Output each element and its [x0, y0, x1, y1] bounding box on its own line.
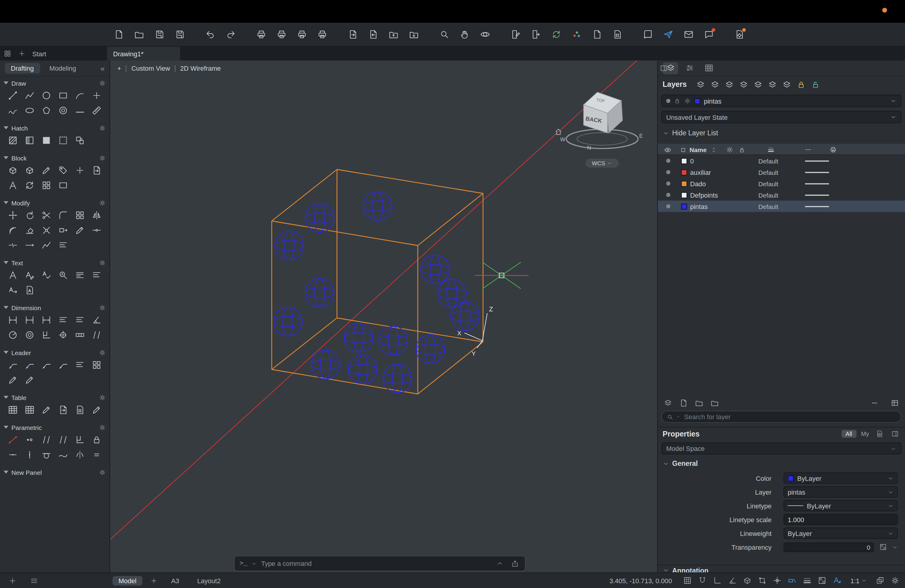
grid-toggle[interactable]: [682, 575, 693, 586]
layer-state-dropdown[interactable]: Unsaved Layer State: [661, 111, 902, 123]
section-header-draw[interactable]: Draw: [3, 78, 106, 88]
unlock-layer-button[interactable]: [810, 79, 821, 90]
tool-rotate[interactable]: [21, 208, 38, 223]
tool-replace-block[interactable]: [38, 178, 54, 193]
tool-offset[interactable]: [4, 223, 21, 238]
tool-hatch[interactable]: [4, 133, 21, 148]
transparency-pattern-button[interactable]: [878, 542, 888, 552]
layer-columns-button[interactable]: [889, 397, 900, 408]
freeze-column-icon[interactable]: [726, 145, 733, 154]
tab-a3[interactable]: A3: [165, 576, 185, 585]
collapse-palette-button[interactable]: «: [100, 64, 105, 73]
tool-horizontal-constraint[interactable]: [4, 447, 21, 462]
command-history-button[interactable]: [494, 558, 505, 569]
tool-add-leader[interactable]: [38, 358, 54, 372]
section-settings-icon[interactable]: [99, 304, 106, 311]
tool-parallel-constraint[interactable]: [54, 432, 71, 447]
ortho-toggle[interactable]: [712, 575, 723, 586]
tool-line[interactable]: [4, 88, 21, 103]
dynamic-input-toggle[interactable]: [787, 575, 797, 586]
section-header-modify[interactable]: Modify: [3, 198, 106, 208]
transparency-toggle[interactable]: [817, 575, 827, 586]
annotation-scale-dropdown[interactable]: 1:1: [847, 576, 870, 585]
tool-linear-constraint[interactable]: [4, 432, 21, 447]
isolate-layer-button[interactable]: [753, 79, 764, 90]
tool-spline[interactable]: [4, 103, 21, 118]
section-settings-icon[interactable]: [99, 394, 106, 401]
tool-edit-polyline[interactable]: [38, 238, 54, 253]
undo-button[interactable]: [203, 27, 217, 41]
tool-justify-text[interactable]: [71, 268, 88, 283]
section-header-table[interactable]: Table: [3, 392, 106, 402]
open-layer-state-button[interactable]: [694, 397, 705, 408]
sort-icon[interactable]: [710, 145, 717, 154]
properties-settings-icon[interactable]: [874, 428, 884, 439]
tool-explode[interactable]: [38, 223, 54, 238]
tool-donut[interactable]: [54, 103, 71, 118]
annotation-visibility-toggle[interactable]: [832, 575, 843, 586]
section-settings-icon[interactable]: [99, 124, 106, 132]
tool-create-block[interactable]: [21, 163, 38, 178]
pan-button[interactable]: [457, 27, 472, 41]
tool-remove-leader[interactable]: [54, 358, 71, 372]
tool-divide[interactable]: [71, 103, 88, 118]
tool-quick-leader[interactable]: [21, 358, 38, 372]
color-column-icon[interactable]: [680, 145, 686, 154]
tool-insert-block[interactable]: [4, 163, 21, 178]
layer-row-pintas[interactable]: pintasDefault: [658, 200, 905, 212]
layer-row-auxiliar[interactable]: auxiliarDefault: [658, 167, 905, 178]
tool-export-table[interactable]: [54, 402, 71, 417]
dice-cube-wireframe[interactable]: [272, 170, 483, 394]
section-header-new-panel[interactable]: New Panel: [3, 467, 106, 477]
layer-states-button[interactable]: [663, 397, 673, 408]
selection-dropdown[interactable]: Model Space: [661, 442, 902, 455]
tool-arc[interactable]: [71, 88, 88, 103]
section-settings-icon[interactable]: [99, 259, 106, 266]
tool-tangent-constraint[interactable]: [38, 447, 54, 462]
plot-preview-button[interactable]: [315, 27, 329, 41]
construction-xline[interactable]: [110, 60, 637, 539]
match-properties-button[interactable]: [508, 27, 522, 41]
tool-equal-constraint[interactable]: [88, 447, 105, 462]
tool-fillet[interactable]: [54, 208, 71, 223]
section-header-dimension[interactable]: Dimension: [3, 302, 106, 313]
wcs-dropdown[interactable]: WCS: [585, 159, 619, 168]
section-header-parametric[interactable]: Parametric: [3, 422, 106, 432]
tool-solid-fill[interactable]: [38, 133, 54, 148]
tool-aligned-dimension[interactable]: [21, 313, 38, 327]
section-general[interactable]: General: [658, 458, 905, 469]
tab-drafting[interactable]: Drafting: [5, 63, 40, 74]
redo-button[interactable]: [223, 27, 238, 41]
tool-baseline-dimension[interactable]: [54, 313, 71, 327]
property-value-color[interactable]: ByLayer: [783, 472, 898, 484]
tool-find-text[interactable]: [54, 268, 71, 283]
import-button[interactable]: [366, 27, 380, 41]
open-from-cloud-button[interactable]: [386, 27, 400, 41]
hide-layer-list-toggle[interactable]: Hide Layer List: [658, 127, 905, 138]
layer-row-0[interactable]: 0Default: [658, 155, 905, 167]
tool-stretch[interactable]: [54, 223, 71, 238]
tool-symmetric-constraint[interactable]: [71, 447, 88, 462]
tool-fix-constraint[interactable]: [88, 432, 105, 447]
tool-table-from-data[interactable]: [21, 402, 38, 417]
visibility-column-icon[interactable]: [664, 145, 672, 154]
search-input[interactable]: [683, 413, 896, 421]
tool-smooth-constraint[interactable]: [54, 447, 71, 462]
tool-sync-attributes[interactable]: [21, 178, 38, 193]
tool-continue-dimension[interactable]: [71, 313, 88, 327]
tool-mirror[interactable]: [88, 208, 105, 223]
tool-polyline[interactable]: [21, 88, 38, 103]
tab-drawing1[interactable]: Drawing1*: [107, 47, 180, 60]
point-style-button[interactable]: [569, 27, 584, 41]
tool-single-line-text[interactable]: [21, 268, 38, 283]
tool-join[interactable]: [88, 223, 105, 238]
section-settings-icon[interactable]: [99, 199, 106, 206]
email-button[interactable]: [681, 27, 695, 41]
layer-row-defpoints[interactable]: DefpointsDefault: [658, 189, 905, 200]
match-layer-button[interactable]: [695, 79, 706, 90]
tool-measure[interactable]: [88, 103, 105, 118]
tool-lengthen[interactable]: [21, 238, 38, 253]
tool-diameter-dimension[interactable]: [21, 327, 38, 343]
plot-column-icon[interactable]: [830, 145, 837, 154]
batch-plot-button[interactable]: [274, 27, 289, 41]
